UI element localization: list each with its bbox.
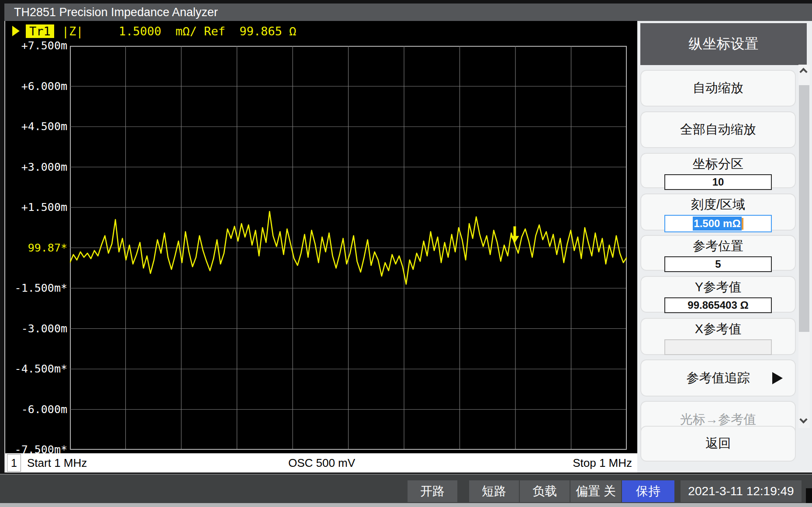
selected-text: 1.500 mΩ [693,217,741,231]
y-axis-settings-panel: 纵坐标设置 自动缩放 全部自动缩放 坐标分区 10 刻度/区域 1.500 mΩ… [637,21,812,473]
y-tick-label: +3.000m [6,161,67,173]
y-tick-label: +6.000m [6,80,67,93]
y-tick-label: -4.500m* [6,362,67,375]
title-bar: TH2851 Precision Impedance Analyzer [4,3,812,21]
y-tick-label: +4.500m [6,120,67,133]
panel-scrollbar[interactable] [798,65,810,428]
bias-off-button[interactable]: 偏置 关 [570,480,621,502]
y-reference-value-input[interactable]: 99.865403 Ω [664,297,772,313]
stop-frequency-label: Stop 1 MHz [573,456,632,470]
y-tick-label: -3.000m [6,322,67,335]
panel-header: 纵坐标设置 [640,23,807,65]
open-correction-button[interactable]: 开路 [408,480,457,502]
scale-per-div-input[interactable]: 1.500 mΩ [664,215,772,232]
plot-area [70,46,627,450]
active-trace-arrow-icon [12,26,20,36]
osc-level-label: OSC 500 mV [5,456,637,470]
y-tick-label: -1.500m* [6,282,67,294]
text-cursor [742,218,743,230]
measurement-screen: Tr1 |Z| 1.5000 mΩ/ Ref 99.865 Ω +7.500m+… [4,21,637,473]
y-tick-label: +7.500m [6,39,67,52]
y-tick-label: -6.000m [6,403,67,416]
window-title: TH2851 Precision Impedance Analyzer [14,6,218,19]
x-reference-value-group: X参考值 [640,318,796,355]
back-button[interactable]: 返回 [640,426,796,462]
chevron-up-icon[interactable] [799,68,807,76]
divisions-group: 坐标分区 10 [640,153,796,188]
submenu-arrow-icon [772,372,783,384]
chevron-down-icon[interactable] [799,415,807,423]
datetime-display: 2021-3-11 12:19:49 [681,480,802,502]
autoscale-all-button[interactable]: 全部自动缩放 [640,111,796,148]
trace-info-bar: Tr1 |Z| 1.5000 mΩ/ Ref 99.865 Ω [12,24,296,38]
autoscale-button[interactable]: 自动缩放 [640,70,796,107]
scale-per-div-group: 刻度/区域 1.500 mΩ [640,193,796,231]
reference-position-label: 参考位置 [641,238,795,255]
window-corner [806,488,812,503]
reference-position-group: 参考位置 5 [640,235,796,271]
load-correction-button[interactable]: 负载 [520,480,570,502]
hold-button[interactable]: 保持 [622,480,674,502]
scale-per-div-label: 刻度/区域 [641,196,795,214]
y-tick-label: +1.500m [6,201,67,214]
window-bottom-edge [0,503,812,507]
scrollbar-thumb[interactable] [799,85,809,332]
divisions-input[interactable]: 10 [664,174,772,190]
y-tick-label: 99.87* [6,241,67,254]
reference-tracking-button[interactable]: 参考值追踪 [640,359,796,397]
trace-readout: |Z| 1.5000 mΩ/ Ref 99.865 Ω [62,24,296,38]
short-correction-button[interactable]: 短路 [469,480,519,502]
bottom-status-bar: 开路 短路 负载 偏置 关 保持 2021-3-11 12:19:49 [0,474,812,503]
x-reference-value-label: X参考值 [641,321,795,338]
x-reference-value-input [664,339,772,355]
trace-plot [70,46,627,450]
y-reference-value-group: Y参考值 99.865403 Ω [640,276,796,313]
divisions-label: 坐标分区 [641,155,795,173]
sweep-status-row: 1 Start 1 MHz OSC 500 mV Stop 1 MHz [5,453,637,473]
reference-position-input[interactable]: 5 [664,256,772,272]
y-reference-value-label: Y参考值 [641,279,795,296]
trace-name-badge[interactable]: Tr1 [26,24,54,38]
